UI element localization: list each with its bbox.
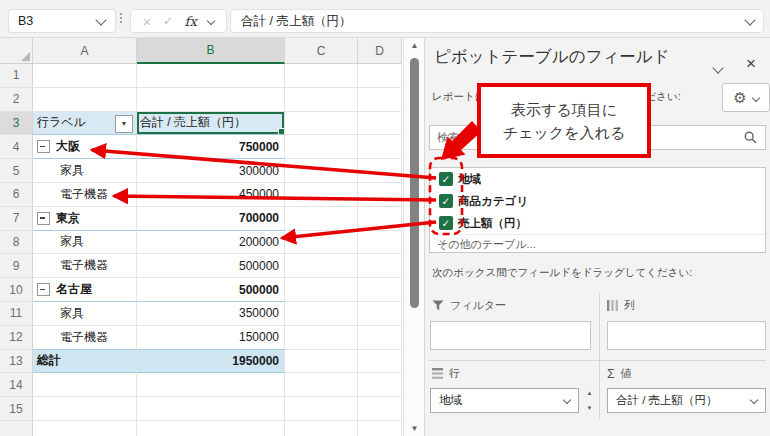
cell-A2[interactable] <box>33 88 137 112</box>
cell-B6[interactable]: 450000 <box>137 183 285 207</box>
cell-C14[interactable] <box>285 373 358 397</box>
cell-A7[interactable]: 東京 <box>33 207 137 231</box>
chevron-down-icon[interactable] <box>95 14 106 25</box>
row-header-15[interactable]: 15 <box>0 397 33 421</box>
cell-C2[interactable] <box>285 88 358 112</box>
cell-B5[interactable]: 300000 <box>137 159 285 183</box>
tools-button[interactable]: ⚙ <box>722 83 770 112</box>
row-header-5[interactable]: 5 <box>0 159 33 183</box>
cell-B2[interactable] <box>137 88 285 112</box>
field-item-0[interactable]: ✓地域 <box>430 168 765 190</box>
cell-C8[interactable] <box>285 231 358 255</box>
cell-D14[interactable] <box>358 373 402 397</box>
cell-C13[interactable] <box>285 350 358 374</box>
cell-D4[interactable] <box>358 135 402 159</box>
collapse-button[interactable] <box>37 212 50 225</box>
cell-D7[interactable] <box>358 207 402 231</box>
cell-D8[interactable] <box>358 231 402 255</box>
row-header-6[interactable]: 6 <box>0 183 33 207</box>
cell-B10[interactable]: 500000 <box>137 278 285 302</box>
row-header-9[interactable]: 9 <box>0 254 33 278</box>
cell-C3[interactable] <box>285 112 358 136</box>
field-item-2[interactable]: ✓売上額（円） <box>430 212 765 234</box>
cell-C6[interactable] <box>285 183 358 207</box>
scroll-down-icon[interactable]: ▼ <box>404 424 425 433</box>
cell-C1[interactable] <box>285 64 358 88</box>
values-field-dropdown[interactable]: 合計 / 売上額（円） <box>607 388 766 413</box>
enter-icon[interactable]: ✓ <box>163 15 173 27</box>
cell-A15[interactable] <box>33 397 137 421</box>
field-checkbox-checked[interactable]: ✓ <box>439 172 453 186</box>
cell-D11[interactable] <box>358 302 402 326</box>
cell-D12[interactable] <box>358 326 402 350</box>
cell-B11[interactable]: 350000 <box>137 302 285 326</box>
row-header-1[interactable]: 1 <box>0 64 33 88</box>
field-item-1[interactable]: ✓商品カテゴリ <box>430 190 765 212</box>
collapse-button[interactable] <box>37 140 50 153</box>
row-header-8[interactable]: 8 <box>0 231 33 255</box>
row-header-7[interactable]: 7 <box>0 207 33 231</box>
more-tables-link[interactable]: その他のテーブル... <box>430 234 765 253</box>
column-header-C[interactable]: C <box>285 38 358 64</box>
field-checkbox-checked[interactable]: ✓ <box>439 216 453 230</box>
cell-C15[interactable] <box>285 397 358 421</box>
cancel-icon[interactable]: × <box>143 14 152 29</box>
cell-A4[interactable]: 大阪 <box>33 135 137 159</box>
cell-C5[interactable] <box>285 159 358 183</box>
cell-D2[interactable] <box>358 88 402 112</box>
row-header-11[interactable]: 11 <box>0 302 33 326</box>
cell-D15[interactable] <box>358 397 402 421</box>
field-checkbox-checked[interactable]: ✓ <box>439 194 453 208</box>
cell-A12[interactable]: 電子機器 <box>33 326 137 350</box>
cell-C4[interactable] <box>285 135 358 159</box>
cell-A3[interactable]: 行ラベル▼ <box>33 112 137 136</box>
cell-D6[interactable] <box>358 183 402 207</box>
cell-B15[interactable] <box>137 397 285 421</box>
cell-A11[interactable]: 家具 <box>33 302 137 326</box>
cell-C10[interactable] <box>285 278 358 302</box>
expand-formula-bar-icon[interactable] <box>744 14 755 25</box>
cell-A8[interactable]: 家具 <box>33 231 137 255</box>
cell-B1[interactable] <box>137 64 285 88</box>
cell-B16[interactable] <box>137 421 285 436</box>
column-header-B[interactable]: B <box>137 38 285 64</box>
row-header-14[interactable]: 14 <box>0 373 33 397</box>
row-header-13[interactable]: 13 <box>0 350 33 374</box>
cell-C16[interactable] <box>285 421 358 436</box>
row-header-3[interactable]: 3 <box>0 112 33 136</box>
cell-A6[interactable]: 電子機器 <box>33 183 137 207</box>
row-header-10[interactable]: 10 <box>0 278 33 302</box>
column-header-D[interactable]: D <box>358 38 402 64</box>
cell-B7[interactable]: 700000 <box>137 207 285 231</box>
cell-D3[interactable] <box>358 112 402 136</box>
field-order-spinner[interactable]: ▲ ▼ <box>582 388 597 413</box>
cell-C7[interactable] <box>285 207 358 231</box>
name-box[interactable]: B3 <box>8 9 116 33</box>
cell-A1[interactable] <box>33 64 137 88</box>
formula-input[interactable]: 合計 / 売上額（円） <box>230 9 764 33</box>
row-labels-filter-button[interactable]: ▼ <box>115 115 133 133</box>
row-header-4[interactable]: 4 <box>0 135 33 159</box>
cell-D16[interactable] <box>358 421 402 436</box>
cell-A5[interactable]: 家具 <box>33 159 137 183</box>
rows-field-dropdown[interactable]: 地域 <box>430 388 579 413</box>
select-all-corner[interactable] <box>0 38 33 64</box>
cell-B12[interactable]: 150000 <box>137 326 285 350</box>
cell-A10[interactable]: 名古屋 <box>33 278 137 302</box>
cell-A16[interactable] <box>33 421 137 436</box>
chevron-down-icon[interactable] <box>207 17 215 25</box>
row-header-16[interactable] <box>0 421 33 436</box>
cell-B4[interactable]: 750000 <box>137 135 285 159</box>
cell-C9[interactable] <box>285 254 358 278</box>
cell-B13[interactable]: 1950000 <box>137 350 285 374</box>
row-header-12[interactable]: 12 <box>0 326 33 350</box>
column-header-A[interactable]: A <box>33 38 137 64</box>
columns-area-box[interactable] <box>607 321 766 350</box>
scrollbar-thumb[interactable] <box>410 58 419 308</box>
cell-A9[interactable]: 電子機器 <box>33 254 137 278</box>
pane-collapse-icon[interactable] <box>712 62 723 73</box>
cell-C11[interactable] <box>285 302 358 326</box>
row-header-2[interactable]: 2 <box>0 88 33 112</box>
cell-B8[interactable]: 200000 <box>137 231 285 255</box>
scroll-up-icon[interactable]: ▲ <box>404 41 425 50</box>
